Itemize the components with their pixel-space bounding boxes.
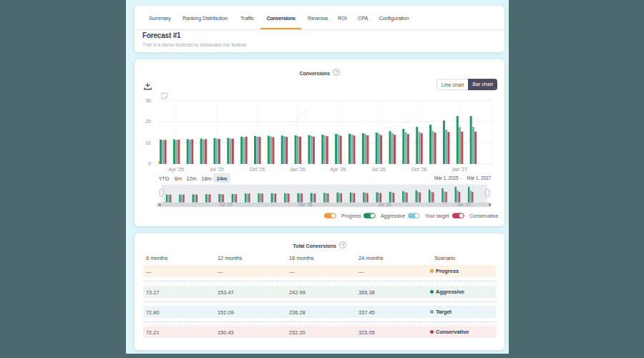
svg-text:Jul '26: Jul '26 bbox=[371, 167, 386, 172]
svg-text:Jul '26: Jul '26 bbox=[378, 202, 391, 207]
svg-text:Apr '26: Apr '26 bbox=[331, 167, 346, 173]
svg-text:Mar 1, 2027: Mar 1, 2027 bbox=[467, 175, 492, 180]
svg-text:Oct '26: Oct '26 bbox=[411, 167, 427, 172]
svg-text:Conservative: Conservative bbox=[469, 213, 498, 218]
svg-text:Jan '27: Jan '27 bbox=[452, 167, 467, 172]
svg-text:Jul '25: Jul '25 bbox=[219, 202, 233, 207]
svg-text:YTD: YTD bbox=[159, 175, 170, 182]
svg-text:Jan '26: Jan '26 bbox=[290, 167, 306, 172]
svg-text:?: ? bbox=[335, 69, 338, 74]
svg-text:0: 0 bbox=[148, 161, 151, 166]
svg-text:6m: 6m bbox=[175, 175, 182, 182]
svg-text:Aggressive: Aggressive bbox=[381, 213, 405, 219]
svg-text:12m: 12m bbox=[186, 175, 196, 182]
svg-text:18m: 18m bbox=[201, 175, 211, 182]
svg-text:20: 20 bbox=[145, 119, 151, 124]
svg-text:Jan '27: Jan '27 bbox=[457, 202, 472, 207]
svg-text:Jul '25: Jul '25 bbox=[210, 167, 224, 172]
svg-text:Mar 1, 2025: Mar 1, 2025 bbox=[434, 175, 459, 180]
svg-text:10: 10 bbox=[145, 140, 151, 145]
svg-text:Progress: Progress bbox=[341, 213, 361, 219]
svg-text:30: 30 bbox=[145, 98, 151, 103]
svg-text:→: → bbox=[459, 176, 464, 180]
svg-text:Apr '25: Apr '25 bbox=[168, 167, 184, 173]
svg-text:24m: 24m bbox=[217, 175, 228, 182]
svg-text:Jan '26: Jan '26 bbox=[298, 202, 313, 207]
svg-text:Oct '25: Oct '25 bbox=[249, 167, 265, 172]
svg-text:Your target: Your target bbox=[425, 213, 449, 219]
svg-text:?: ? bbox=[341, 242, 344, 247]
